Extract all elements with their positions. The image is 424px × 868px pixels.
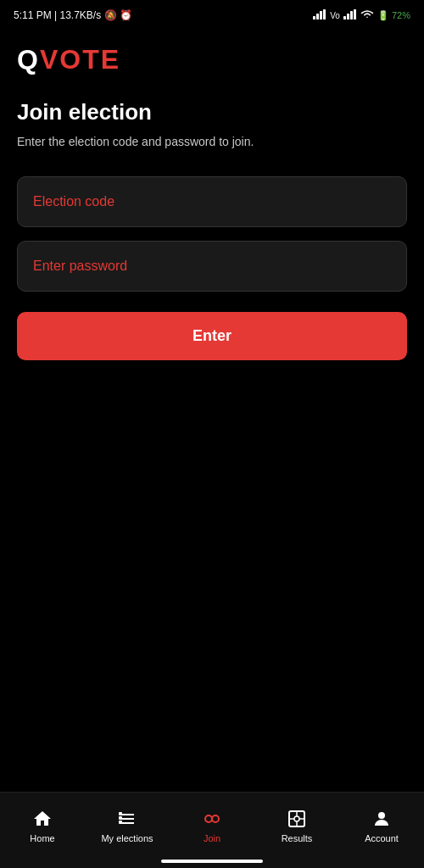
battery-icon: 🔋 72% [377,10,410,21]
svg-rect-8 [119,812,122,815]
nav-item-account[interactable]: Account [339,809,424,843]
status-indicators: Vo 🔋 72% [313,9,410,22]
nav-label-home: Home [30,833,54,843]
svg-rect-2 [320,11,322,19]
status-speed: 13.7KB/s [60,9,102,21]
main-content: Join election Enter the election code an… [0,82,424,377]
my-elections-icon [117,809,137,829]
nav-label-account: Account [365,833,399,843]
election-code-group [17,176,407,227]
wifi-symbol-icon [360,9,374,22]
wifi-icon [343,9,357,22]
results-icon [287,809,307,829]
svg-rect-1 [316,14,319,19]
page-title: Join election [17,99,407,125]
nav-item-results[interactable]: Results [254,809,339,843]
nav-label-join: Join [204,833,220,843]
bottom-nav: Home My elections Join Results [0,792,424,868]
page-subtitle: Enter the election code and password to … [17,134,407,151]
enter-button[interactable]: Enter [17,312,407,360]
nav-label-my-elections: My elections [101,833,153,843]
account-icon [371,809,392,829]
nav-label-results: Results [282,833,313,843]
status-time-network: 5:11 PM | 13.7KB/s 🔕 ⏰ [14,9,132,21]
svg-point-19 [378,812,385,819]
svg-rect-0 [313,16,315,19]
password-group [17,241,407,292]
alarm-icon: 🔕 ⏰ [104,9,132,21]
bottom-home-indicator [161,860,263,863]
signal-icon [313,9,326,22]
logo-q: Q [17,44,40,75]
status-bar: 5:11 PM | 13.7KB/s 🔕 ⏰ Vo [0,0,424,31]
svg-point-11 [205,815,212,822]
nav-item-home[interactable]: Home [0,809,85,843]
vo-wifi-label: Vo [330,11,340,20]
svg-rect-3 [323,9,326,19]
election-code-input[interactable] [17,176,407,227]
svg-rect-4 [343,16,346,19]
join-icon [202,809,222,829]
logo-vote: VOTE [40,44,120,75]
nav-item-join[interactable]: Join [170,809,254,843]
logo-area: QVOTE [0,31,424,82]
svg-rect-6 [350,11,353,19]
password-input[interactable] [17,241,407,292]
svg-rect-10 [119,821,122,824]
nav-item-my-elections[interactable]: My elections [85,809,170,843]
app-logo: QVOTE [17,44,407,75]
home-icon [32,809,53,829]
svg-point-14 [294,816,299,821]
svg-rect-5 [347,14,349,19]
status-time: 5:11 PM [14,9,52,21]
svg-rect-7 [354,9,356,19]
svg-rect-9 [119,816,122,820]
svg-point-12 [212,815,219,822]
